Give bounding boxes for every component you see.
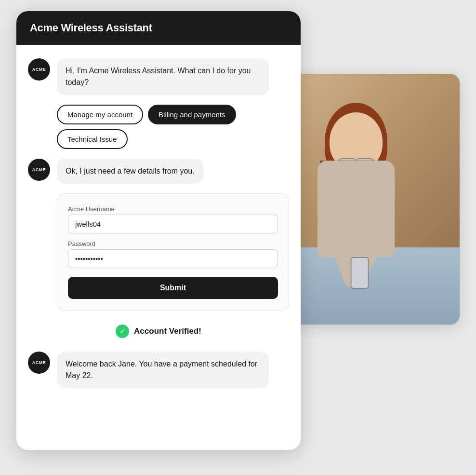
bot-bubble-3: Welcome back Jane. You have a payment sc… — [57, 352, 269, 388]
password-field-group: Password — [68, 240, 278, 268]
verified-text: Account Verified! — [134, 326, 201, 336]
username-field-group: Acme Username — [68, 205, 278, 233]
login-form: Acme Username Password Submit — [57, 193, 289, 311]
bot-message-3: ACME Welcome back Jane. You have a payme… — [28, 352, 289, 388]
woman-phone — [351, 257, 369, 289]
bot-avatar-3: ACME — [28, 352, 50, 374]
chat-header: Acme Wireless Assistant — [16, 11, 301, 45]
password-input[interactable] — [68, 249, 278, 268]
qr-billing-payments[interactable]: Billing and payments — [148, 105, 236, 124]
bot-message-2: ACME Ok, I just need a few details from … — [28, 159, 289, 184]
chat-body: ACME Hi, I'm Acme Wireless Assistant. Wh… — [16, 45, 301, 450]
bot-bubble-1: Hi, I'm Acme Wireless Assistant. What ca… — [57, 58, 269, 95]
bot-avatar-2: ACME — [28, 159, 50, 181]
verified-row: ✓ Account Verified! — [28, 321, 289, 342]
chat-title: Acme Wireless Assistant — [30, 22, 152, 34]
username-input[interactable] — [68, 215, 278, 233]
qr-technical-issue[interactable]: Technical Issue — [57, 129, 128, 149]
bot-avatar-1: ACME — [28, 58, 50, 81]
bot-message-1: ACME Hi, I'm Acme Wireless Assistant. Wh… — [28, 58, 289, 95]
quick-replies: Manage my account Billing and payments T… — [28, 105, 289, 149]
verified-icon: ✓ — [116, 325, 129, 338]
username-label: Acme Username — [68, 205, 278, 213]
scene: Acme Wireless Assistant ACME Hi, I'm Acm… — [16, 11, 460, 464]
submit-button[interactable]: Submit — [68, 277, 278, 299]
qr-manage-account[interactable]: Manage my account — [57, 105, 143, 124]
bot-bubble-2: Ok, I just need a few details from you. — [57, 159, 203, 184]
password-label: Password — [68, 240, 278, 247]
woman-body — [317, 161, 395, 257]
chat-panel: Acme Wireless Assistant ACME Hi, I'm Acm… — [16, 11, 301, 450]
